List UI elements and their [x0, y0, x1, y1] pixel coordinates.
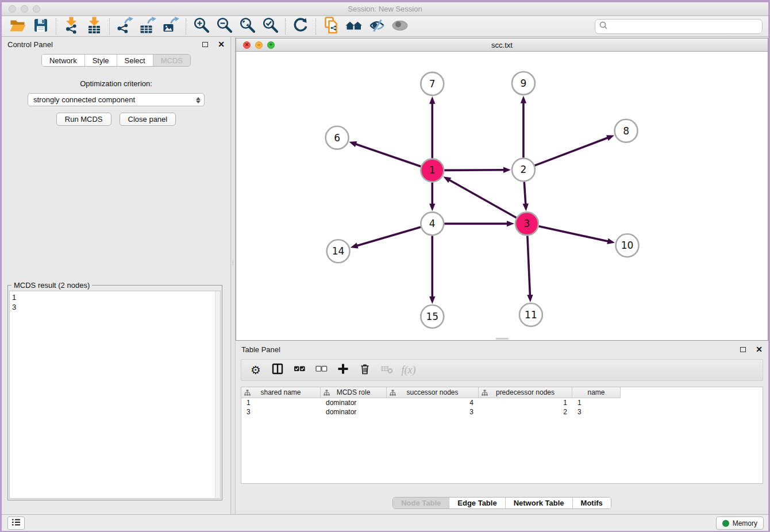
graph-node-8[interactable]: 8	[615, 119, 638, 142]
search-input[interactable]	[608, 22, 759, 31]
search-box[interactable]	[595, 19, 763, 34]
toolbar-separator	[285, 18, 286, 34]
cell-predecessor-nodes[interactable]: 1	[479, 398, 572, 407]
table-toolbar: ⚙f(x)	[241, 359, 763, 381]
network-minimize-button[interactable]	[255, 41, 263, 49]
first-neighbors-button[interactable]	[344, 17, 364, 36]
close-button[interactable]	[9, 5, 16, 13]
tab-mcds[interactable]: MCDS	[153, 55, 190, 66]
export-network-button[interactable]	[115, 17, 134, 36]
tab-network-table[interactable]: Network Table	[506, 498, 573, 508]
edge-1-2[interactable]	[444, 170, 505, 171]
hierarchy-icon	[324, 390, 330, 398]
export-image-button[interactable]	[161, 17, 180, 36]
mcds-result-fieldset: MCDS result (2 nodes) 13	[7, 285, 222, 500]
import-network-button[interactable]	[61, 17, 81, 36]
table-panel: Table Panel ✕ ⚙f(x) shared nameMCDS role…	[236, 342, 768, 510]
edge-2-3[interactable]	[524, 182, 526, 206]
column-header-MCDS-role[interactable]: MCDS role	[321, 387, 387, 398]
table-row[interactable]: 3dominator323	[241, 407, 763, 417]
show-all-button[interactable]	[390, 17, 410, 36]
edge-arrowhead	[429, 97, 435, 104]
tab-network[interactable]: Network	[42, 55, 85, 66]
tab-motifs[interactable]: Motifs	[573, 498, 611, 508]
graph-node-7[interactable]: 7	[421, 72, 444, 95]
zoom-selected-button[interactable]	[260, 17, 280, 36]
table-float-icon[interactable]	[740, 347, 746, 352]
cell-successor-nodes[interactable]: 4	[387, 398, 479, 407]
close-panel-button[interactable]: Close panel	[120, 113, 176, 126]
criterion-select[interactable]: strongly connected component	[28, 93, 205, 106]
copy-network-button[interactable]	[321, 17, 341, 36]
close-panel-icon[interactable]: ✕	[218, 40, 225, 48]
network-zoom-button[interactable]	[267, 41, 275, 49]
edge-2-8[interactable]	[535, 137, 609, 165]
cell-predecessor-nodes[interactable]: 2	[479, 407, 572, 417]
cell-name[interactable]: 3	[572, 407, 621, 417]
import-table-button[interactable]	[84, 17, 104, 36]
network-canvas[interactable]: 1234678910111415	[236, 52, 768, 340]
open-file-button[interactable]	[8, 17, 28, 36]
zoom-button[interactable]	[33, 5, 40, 13]
graph-node-2[interactable]: 2	[512, 159, 535, 182]
edge-4-14[interactable]	[356, 227, 421, 246]
edge-3-1[interactable]	[448, 179, 517, 218]
graph-node-11[interactable]: 11	[519, 303, 542, 326]
graph-node-3[interactable]: 3	[515, 212, 538, 235]
tab-edge-table[interactable]: Edge Table	[449, 498, 505, 508]
add-button[interactable]	[333, 361, 353, 379]
run-mcds-button[interactable]: Run MCDS	[56, 113, 111, 126]
column-header-shared-name[interactable]: shared name	[241, 387, 321, 398]
column-header-name[interactable]: name	[572, 387, 621, 398]
minimize-button[interactable]	[21, 5, 28, 13]
split-view-button[interactable]	[268, 361, 287, 379]
tab-node-table[interactable]: Node Table	[393, 498, 449, 508]
tab-style[interactable]: Style	[85, 55, 117, 66]
app-titlebar[interactable]: Session: New Session	[2, 2, 768, 16]
graph-node-9[interactable]: 9	[512, 72, 535, 95]
task-history-button[interactable]	[7, 516, 25, 530]
edge-3-10[interactable]	[538, 226, 609, 242]
settings-button[interactable]: ⚙	[246, 361, 265, 379]
cell-successor-nodes[interactable]: 3	[387, 407, 479, 417]
cell-shared-name[interactable]: 3	[241, 407, 321, 417]
cell-shared-name[interactable]: 1	[241, 398, 321, 407]
result-scrollbar[interactable]	[215, 291, 220, 498]
graph-node-1[interactable]: 1	[421, 159, 444, 182]
graph-node-15[interactable]: 15	[421, 305, 444, 328]
zoom-fit-button[interactable]	[237, 17, 257, 36]
delete-table-button[interactable]	[377, 361, 396, 379]
panel-splitter[interactable]: ⁞	[231, 37, 236, 514]
function-builder-button[interactable]: f(x)	[399, 361, 418, 379]
zoom-out-button[interactable]	[214, 17, 234, 36]
deselect-all-button[interactable]	[311, 361, 331, 379]
table-close-icon[interactable]: ✕	[756, 345, 763, 353]
delete-button[interactable]	[355, 361, 375, 379]
network-close-button[interactable]	[243, 41, 251, 49]
mcds-result-text[interactable]: 13	[9, 291, 221, 499]
edge-3-11[interactable]	[528, 236, 530, 296]
select-all-button[interactable]	[290, 361, 309, 379]
export-table-button[interactable]	[138, 17, 157, 36]
memory-button[interactable]: Memory	[716, 516, 764, 530]
canvas-resize-grip[interactable]	[496, 338, 509, 340]
column-header-predecessor-nodes[interactable]: predecessor nodes	[479, 387, 572, 398]
hide-selected-button[interactable]	[367, 17, 387, 36]
graph-node-4[interactable]: 4	[421, 212, 444, 235]
graph-node-14[interactable]: 14	[327, 240, 350, 263]
network-window-titlebar[interactable]: scc.txt	[236, 38, 768, 52]
refresh-button[interactable]	[291, 17, 310, 36]
edge-1-6[interactable]	[355, 144, 421, 167]
cell-name[interactable]: 1	[572, 398, 621, 407]
graph-node-10[interactable]: 10	[616, 234, 639, 257]
cell-MCDS-role[interactable]: dominator	[321, 398, 387, 407]
column-header-successor-nodes[interactable]: successor nodes	[387, 387, 479, 398]
cell-MCDS-role[interactable]: dominator	[321, 407, 387, 417]
tab-select[interactable]: Select	[117, 55, 153, 66]
float-panel-icon[interactable]	[202, 42, 208, 47]
save-session-button[interactable]	[31, 17, 51, 36]
table-row[interactable]: 1dominator411	[241, 398, 763, 407]
node-table[interactable]: shared nameMCDS rolesuccessor nodesprede…	[241, 387, 763, 484]
graph-node-6[interactable]: 6	[326, 126, 349, 149]
zoom-in-button[interactable]	[191, 17, 211, 36]
